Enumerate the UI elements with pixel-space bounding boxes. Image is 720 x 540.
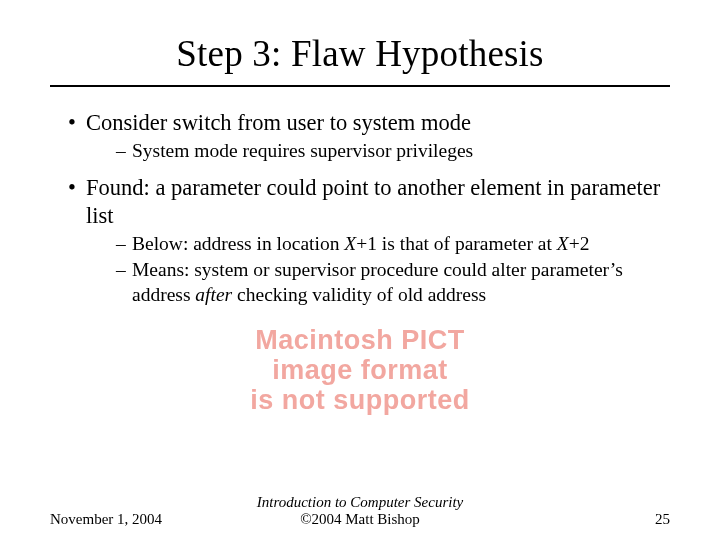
- bullet-1-text: Consider switch from user to system mode: [86, 110, 471, 135]
- missing-image-placeholder: Macintosh PICT image format is not suppo…: [195, 325, 525, 416]
- bullet-2a-x1: X: [344, 233, 356, 254]
- footer: November 1, 2004 Introduction to Compute…: [50, 494, 670, 528]
- bullet-2a-mid1: +1 is that of parameter at: [356, 233, 557, 254]
- bullet-2b-italic: after: [195, 284, 232, 305]
- bullet-2-text: Found: a parameter could point to anothe…: [86, 175, 660, 228]
- footer-date: November 1, 2004: [50, 511, 190, 528]
- bullet-2: Found: a parameter could point to anothe…: [68, 174, 670, 307]
- footer-page: 25: [530, 511, 670, 528]
- bullet-1a-text: System mode requires supervisor privileg…: [132, 140, 473, 161]
- bullet-2a-pre: Below: address in location: [132, 233, 344, 254]
- placeholder-line-2: image format: [195, 355, 525, 385]
- footer-copyright: ©2004 Matt Bishop: [190, 511, 530, 528]
- bullet-2a-post: +2: [569, 233, 590, 254]
- bullet-1a: System mode requires supervisor privileg…: [116, 139, 670, 163]
- placeholder-line-1: Macintosh PICT: [195, 325, 525, 355]
- bullet-list: Consider switch from user to system mode…: [50, 109, 670, 307]
- bullet-1-sublist: System mode requires supervisor privileg…: [86, 139, 670, 163]
- footer-center: Introduction to Computer Security ©2004 …: [190, 494, 530, 528]
- bullet-2a-x2: X: [557, 233, 569, 254]
- bullet-2b: Means: system or supervisor procedure co…: [116, 258, 670, 307]
- slide-title: Step 3: Flaw Hypothesis: [50, 32, 670, 75]
- slide: Step 3: Flaw Hypothesis Consider switch …: [0, 0, 720, 540]
- title-rule: [50, 85, 670, 87]
- bullet-2b-post: checking validity of old address: [232, 284, 486, 305]
- bullet-2a: Below: address in location X+1 is that o…: [116, 232, 670, 256]
- placeholder-line-3: is not supported: [195, 385, 525, 415]
- bullet-1: Consider switch from user to system mode…: [68, 109, 670, 164]
- bullet-2-sublist: Below: address in location X+1 is that o…: [86, 232, 670, 307]
- footer-title: Introduction to Computer Security: [190, 494, 530, 511]
